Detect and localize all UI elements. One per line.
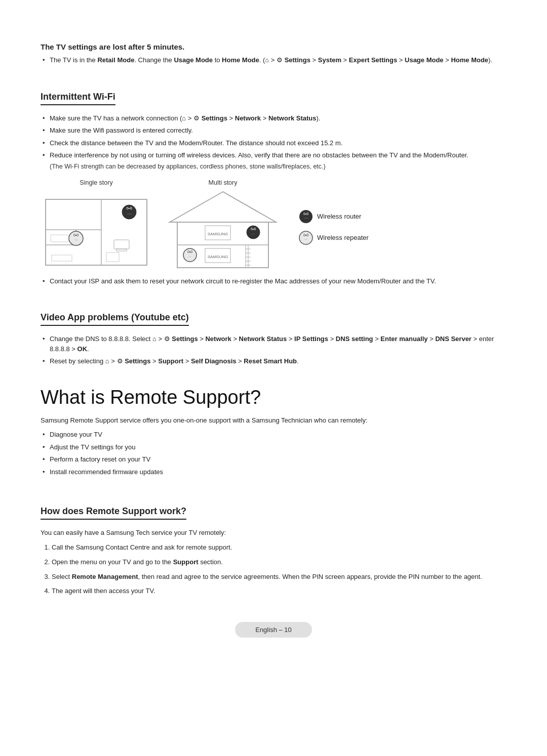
wifi-note: (The Wi-Fi strength can be decreased by … (50, 163, 506, 170)
how-remote-support-body: You can easily have a Samsung Tech servi… (41, 528, 506, 538)
how-remote-support-heading: How does Remote Support work? (41, 506, 186, 520)
step-3: Select Remote Management, then read and … (52, 572, 506, 582)
multi-story-label: Multi story (209, 179, 238, 186)
remote-support-section: What is Remote Support? Samsung Remote S… (41, 387, 506, 477)
wifi-bullet-2: Make sure the Wifi password is entered c… (41, 125, 506, 136)
svg-text:⁻⁻: ⁻⁻ (74, 239, 77, 242)
wifi-bullet-3: Check the distance between the TV and th… (41, 138, 506, 148)
video-app-bullet-1: Change the DNS to 8.8.8.8. Select ⌂ > ⚙ … (41, 334, 506, 354)
wifi-bullet-1: Make sure the TV has a network connectio… (41, 113, 506, 123)
remote-support-bullet-3: Perform a factory reset on your TV (41, 454, 506, 465)
svg-text:0•0: 0•0 (187, 250, 192, 254)
wifi-list: Make sure the TV has a network connectio… (41, 113, 506, 160)
wifi-heading: Intermittent Wi-Fi (41, 92, 115, 105)
legend-repeater: 0•0 ⁻⁻ Wireless repeater (299, 231, 369, 245)
step-1: Call the Samsung Contact Centre and ask … (52, 542, 506, 553)
step-2: Open the menu on your TV and go to the S… (52, 557, 506, 568)
remote-support-bullet-2: Adjust the TV settings for you (41, 442, 506, 452)
svg-text:SAMSUNG: SAMSUNG (208, 255, 228, 259)
svg-text:6•8: 6•8 (303, 212, 308, 216)
wifi-contact-bullet: Contact your ISP and ask them to reset y… (41, 276, 506, 286)
footer: English – 10 (41, 622, 506, 638)
wifi-contact-list: Contact your ISP and ask them to reset y… (41, 276, 506, 286)
svg-rect-12 (116, 249, 127, 251)
svg-rect-13 (51, 235, 68, 242)
video-app-bullet-2: Reset by selecting ⌂ > ⚙ Settings > Supp… (41, 356, 506, 366)
multi-story-svg: SAMSUNG SAMSUNG 6•8 ⁻⁻ 0•0 ⁻⁻ (167, 189, 279, 270)
remote-support-list: Diagnose your TV Adjust the TV settings … (41, 430, 506, 477)
tv-settings-section: The TV settings are lost after 5 minutes… (41, 43, 506, 65)
svg-text:6•8: 6•8 (251, 227, 256, 231)
svg-text:⁻⁻⁻: ⁻⁻⁻ (304, 217, 308, 220)
router-label: Wireless router (317, 213, 361, 220)
how-remote-support-section: How does Remote Support work? You can ea… (41, 491, 506, 597)
svg-text:6•8: 6•8 (126, 206, 132, 211)
footer-label: English – 10 (255, 626, 292, 634)
remote-support-main-heading: What is Remote Support? (41, 387, 506, 408)
svg-text:⁻⁻: ⁻⁻ (252, 233, 255, 236)
single-story-diagram: Single story 6•8 ⁻⁻⁻ 0•0 ⁻⁻ (41, 179, 152, 270)
svg-rect-14 (52, 255, 72, 261)
svg-marker-16 (170, 192, 276, 222)
svg-text:⁻⁻: ⁻⁻ (188, 256, 191, 259)
legend-area: 6•8 ⁻⁻⁻ Wireless router 0•0 ⁻⁻ Wireless … (299, 209, 369, 245)
svg-rect-11 (114, 240, 129, 249)
single-story-svg: 6•8 ⁻⁻⁻ 0•0 ⁻⁻ (41, 189, 152, 270)
svg-text:⁻⁻⁻: ⁻⁻⁻ (127, 213, 132, 216)
legend-router: 6•8 ⁻⁻⁻ Wireless router (299, 209, 369, 224)
tv-settings-bullet: The TV is in the Retail Mode. Change the… (41, 55, 506, 65)
repeater-legend-icon: 0•0 ⁻⁻ (299, 231, 313, 245)
how-remote-support-steps: Call the Samsung Contact Centre and ask … (41, 542, 506, 597)
repeater-label: Wireless repeater (317, 234, 369, 241)
svg-rect-15 (106, 253, 119, 262)
svg-text:⁻⁻: ⁻⁻ (304, 238, 307, 241)
single-story-label: Single story (80, 179, 112, 186)
svg-text:0•0: 0•0 (73, 233, 79, 237)
svg-text:0•0: 0•0 (303, 233, 308, 237)
step-4: The agent will then access your TV. (52, 586, 506, 597)
router-legend-icon: 6•8 ⁻⁻⁻ (299, 209, 313, 224)
diagram-area: Single story 6•8 ⁻⁻⁻ 0•0 ⁻⁻ (41, 179, 506, 270)
footer-pill: English – 10 (235, 622, 312, 638)
tv-settings-heading: The TV settings are lost after 5 minutes… (41, 43, 506, 51)
video-app-list: Change the DNS to 8.8.8.8. Select ⌂ > ⚙ … (41, 334, 506, 366)
wifi-section: Intermittent Wi-Fi Make sure the TV has … (41, 76, 506, 286)
remote-support-bullet-4: Install recommended firmware updates (41, 467, 506, 477)
remote-support-body: Samsung Remote Support service offers yo… (41, 415, 506, 426)
video-app-section: Video App problems (Youtube etc) Change … (41, 297, 506, 366)
wifi-bullet-4: Reduce interference by not using or turn… (41, 150, 506, 160)
svg-text:SAMSUNG: SAMSUNG (208, 232, 228, 236)
remote-support-bullet-1: Diagnose your TV (41, 430, 506, 440)
multi-story-diagram: Multi story SAMSUNG SAMSUNG 6•8 ⁻⁻ (167, 179, 279, 270)
video-app-heading: Video App problems (Youtube etc) (41, 312, 189, 326)
tv-settings-list: The TV is in the Retail Mode. Change the… (41, 55, 506, 65)
